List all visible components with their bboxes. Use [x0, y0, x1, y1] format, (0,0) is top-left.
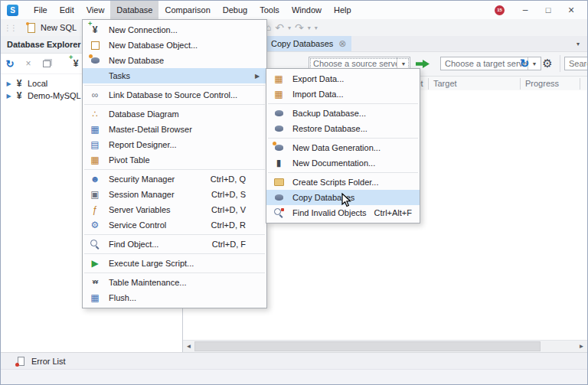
menubar-item[interactable]: Tools [253, 1, 286, 19]
scrollbar-thumb[interactable] [194, 341, 541, 351]
backup-database-icon [273, 107, 285, 119]
menu-item[interactable]: ¥ New Connection... ▶ [83, 22, 266, 38]
create-scripts-folder-icon [273, 176, 285, 188]
server-connection-icon: ¥ [14, 90, 24, 102]
error-list-label[interactable]: Error List [31, 357, 66, 366]
export-data-icon: ▦ [273, 73, 285, 85]
history-toolbar-group: ⌂ ↶ ▾ ↷ ▾ ▾ [266, 19, 318, 36]
maximize-button[interactable]: □ [537, 2, 560, 18]
link-database-icon: ∞ [89, 89, 101, 101]
menu-item[interactable]: Backup Database... [266, 106, 420, 121]
menu-item[interactable]: ∴ Database Diagram ▶ [83, 106, 266, 122]
menu-item[interactable]: Find Invalid Objects Ctrl+Alt+F [266, 205, 420, 220]
report-designer-icon: ▤ [89, 139, 101, 151]
status-bar [1, 369, 587, 384]
search-input[interactable] [564, 57, 588, 70]
toolbar-overflow-icon[interactable]: ▾ [315, 24, 318, 31]
database-diagram-icon: ∴ [89, 108, 101, 120]
menu-item-label: Export Data... [292, 74, 412, 83]
delete-connection-icon[interactable]: × [22, 57, 34, 70]
service-control-icon: ⚙ [89, 219, 101, 231]
scroll-right-icon[interactable]: ► [576, 341, 587, 352]
tab-list-dropdown-icon[interactable]: ▾ [577, 36, 580, 51]
menu-item[interactable]: ƒ Server Variables Ctrl+D, V ▶ [83, 202, 266, 217]
menu-item[interactable]: ¥¥ Table Maintenance... ▶ [83, 275, 266, 290]
menu-item-label: Execute Large Script... [109, 259, 246, 268]
grid-column-clipped[interactable] [580, 77, 588, 91]
horizontal-scrollbar[interactable]: ◄ ► [183, 340, 587, 352]
new-database-object-icon [89, 39, 101, 51]
menu-item[interactable]: ▶ Execute Large Script... ▶ [83, 256, 266, 271]
menu-item[interactable]: ▤ Report Designer... ▶ [83, 137, 266, 152]
submenu-arrow-icon: ▶ [255, 73, 264, 80]
menu-item[interactable]: Tasks ▶ [83, 68, 266, 83]
copy-direction-arrow-icon [416, 60, 430, 68]
undo-icon[interactable]: ↶ [275, 21, 284, 34]
refresh-icon[interactable]: ↻ [4, 57, 16, 70]
new-sql-icon [25, 21, 38, 34]
find-invalid-objects-icon [273, 207, 285, 219]
menu-item[interactable]: New Data Generation... [266, 140, 420, 155]
tab-copy-databases[interactable]: Copy Databases ⊗ [266, 36, 351, 51]
tree-item-label: Local [28, 79, 47, 88]
redo-dropdown-icon[interactable]: ▾ [308, 24, 311, 31]
menu-item[interactable]: ☻ Security Manager Ctrl+D, Q ▶ [83, 171, 266, 187]
menubar-item[interactable]: Debug [217, 1, 253, 19]
menu-item[interactable]: New Database ▶ [83, 53, 266, 68]
expand-caret-icon[interactable]: ▶ [4, 93, 14, 100]
database-menu: ¥ New Connection... ▶ New Database Objec… [82, 19, 267, 308]
new-sql-button[interactable]: New SQL [21, 20, 81, 35]
menubar-item[interactable]: Comparison [158, 1, 216, 19]
notification-badge[interactable]: 15 [495, 5, 505, 15]
error-list-icon [15, 355, 27, 367]
menu-item[interactable]: ▮ New Documentation... [266, 155, 420, 171]
new-sql-label: New SQL [41, 23, 77, 32]
menu-item[interactable]: New Database Object... ▶ [83, 38, 266, 53]
menu-item[interactable]: ⚙ Service Control Ctrl+D, R ▶ [83, 217, 266, 233]
menu-item[interactable]: Restore Database... [266, 121, 420, 136]
menu-item-label: New Connection... [109, 25, 246, 34]
menu-item-shortcut: Ctrl+D, F [212, 240, 246, 249]
menubar-item[interactable]: Edit [54, 1, 80, 19]
menu-separator [84, 104, 265, 105]
menu-item[interactable]: ▣ Session Manager Ctrl+D, S ▶ [83, 187, 266, 202]
menubar-item[interactable]: Help [328, 1, 358, 19]
close-button[interactable]: × [560, 2, 583, 18]
menu-item[interactable]: ∞ Link Database to Source Control... ▶ [83, 87, 266, 103]
scroll-left-icon[interactable]: ◄ [183, 341, 194, 352]
menubar-item[interactable]: Database [110, 1, 158, 19]
menubar-item[interactable]: Window [286, 1, 328, 19]
redo-icon[interactable]: ↷ [295, 21, 304, 34]
menu-item-label: Session Manager [109, 190, 211, 199]
menu-item-label: Import Data... [292, 90, 412, 99]
menu-item[interactable]: ▦ Flush... ▶ [83, 290, 266, 305]
menu-item[interactable]: ▦ Export Data... [266, 71, 420, 86]
grid-column-progress[interactable]: Progress [521, 77, 580, 91]
menu-item-label: New Documentation... [292, 158, 412, 168]
grid-column-target-2[interactable]: Target [429, 77, 519, 91]
tab-close-icon[interactable]: ⊗ [338, 38, 346, 49]
new-data-generation-icon [273, 142, 285, 154]
expand-caret-icon[interactable]: ▶ [4, 80, 14, 87]
menu-separator [84, 169, 265, 170]
new-connection-icon: ¥ [89, 24, 101, 36]
menu-item-label: New Data Generation... [292, 143, 412, 152]
toolbar-grip-icon[interactable]: ⋮⋮ [4, 24, 16, 32]
menu-item-label: Server Variables [109, 205, 211, 214]
menu-item[interactable]: Create Scripts Folder... [266, 175, 420, 190]
new-database-icon [89, 54, 101, 67]
menu-item-label: Security Manager [109, 175, 211, 184]
new-connection-icon[interactable]: ¥ [70, 57, 82, 70]
duplicate-window-icon[interactable] [41, 57, 53, 70]
menu-item[interactable]: Find Object... Ctrl+D, F ▶ [83, 237, 266, 252]
refresh-icon[interactable]: ↻ [517, 56, 532, 71]
menu-item[interactable]: ▦ Import Data... [266, 86, 420, 102]
settings-gear-icon[interactable]: ⚙ [540, 56, 555, 71]
minimize-button[interactable]: – [514, 2, 537, 18]
menu-item[interactable]: ▦ Master-Detail Browser ▶ [83, 122, 266, 137]
menu-item[interactable]: ▦ Pivot Table ▶ [83, 152, 266, 168]
menubar-item[interactable]: File [28, 1, 54, 19]
menubar-item[interactable]: View [80, 1, 111, 19]
undo-dropdown-icon[interactable]: ▾ [288, 24, 291, 31]
flush-icon: ▦ [89, 292, 101, 304]
